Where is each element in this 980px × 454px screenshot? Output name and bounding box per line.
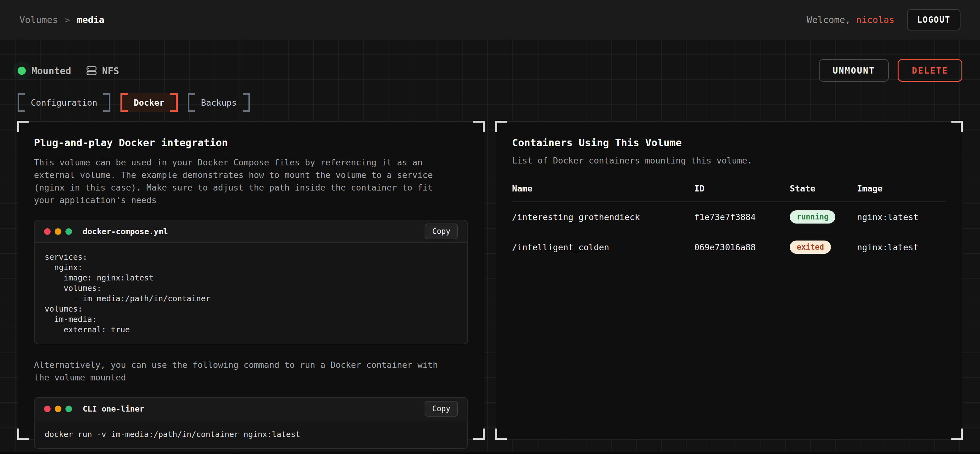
docker-panel-description: This volume can be used in your Docker C… <box>34 156 447 206</box>
window-dot-green-icon <box>65 406 72 412</box>
containers-panel: Containers Using This Volume List of Doc… <box>496 121 963 440</box>
fs-type-label: NFS <box>102 65 119 76</box>
top-bar: Volumes > media Welcome, nicolas LOGOUT <box>0 0 980 40</box>
tab-backups[interactable]: Backups <box>188 93 250 112</box>
mounted-status-dot-icon <box>18 67 26 75</box>
cli-code-content: docker run -v im-media:/path/in/containe… <box>35 421 467 448</box>
corner-bracket <box>17 429 29 440</box>
compose-code-header: docker-compose.yml Copy <box>35 221 467 243</box>
container-name: /interesting_grothendieck <box>512 202 694 232</box>
footer-strip <box>0 451 980 454</box>
cli-intro-text: Alternatively, you can use the following… <box>34 359 447 384</box>
cli-code-block: CLI one-liner Copy docker run -v im-medi… <box>34 397 468 449</box>
welcome-message: Welcome, nicolas <box>807 14 894 25</box>
panels-row: Plug-and-play Docker integration This vo… <box>18 121 963 440</box>
corner-bracket <box>473 429 485 440</box>
column-header-state: State <box>790 184 857 202</box>
compose-code-block: docker-compose.yml Copy services: nginx:… <box>34 220 468 344</box>
container-name: /intelligent_colden <box>512 232 694 262</box>
table-row: /interesting_grothendieck f1e73e7f3884 r… <box>512 202 946 232</box>
tab-configuration[interactable]: Configuration <box>18 93 110 112</box>
table-row: /intelligent_colden 069e73016a88 exited … <box>512 232 946 262</box>
filesystem-type: NFS <box>86 65 119 77</box>
containers-panel-subtitle: List of Docker containers mounting this … <box>512 156 946 165</box>
container-image: nginx:latest <box>857 202 946 232</box>
containers-table: Name ID State Image /interesting_grothen… <box>512 184 946 262</box>
logout-button[interactable]: LOGOUT <box>907 9 961 30</box>
window-dot-red-icon <box>44 406 51 412</box>
docker-integration-panel: Plug-and-play Docker integration This vo… <box>18 121 484 440</box>
cli-copy-button[interactable]: Copy <box>425 401 458 417</box>
window-dot-yellow-icon <box>55 406 61 412</box>
server-stack-icon <box>86 65 97 77</box>
window-dots <box>44 228 72 235</box>
delete-button[interactable]: DELETE <box>897 59 963 82</box>
corner-bracket <box>951 121 963 132</box>
compose-code-content: services: nginx: image: nginx:latest vol… <box>35 243 467 344</box>
table-header-row: Name ID State Image <box>512 184 946 202</box>
breadcrumb: Volumes > media <box>19 14 104 25</box>
column-header-id: ID <box>694 184 790 202</box>
window-dot-yellow-icon <box>55 228 61 235</box>
cli-code-header: CLI one-liner Copy <box>35 398 467 421</box>
mount-status-label: Mounted <box>32 65 71 76</box>
status-badge: running <box>790 210 835 224</box>
cli-block-title: CLI one-liner <box>83 404 144 413</box>
column-header-name: Name <box>512 184 694 202</box>
window-dots <box>44 406 72 412</box>
tab-docker[interactable]: Docker <box>121 93 178 112</box>
corner-bracket <box>17 121 29 132</box>
docker-panel-title: Plug-and-play Docker integration <box>34 137 468 149</box>
username: nicolas <box>856 14 894 25</box>
compose-copy-button[interactable]: Copy <box>425 224 458 239</box>
corner-bracket <box>473 121 485 132</box>
column-header-image: Image <box>857 184 946 202</box>
container-image: nginx:latest <box>857 232 946 262</box>
breadcrumb-separator-icon: > <box>65 15 70 25</box>
breadcrumb-current-volume: media <box>77 14 104 25</box>
main-content: Mounted NFS UNMOUNT DELETE Configuration… <box>0 40 980 454</box>
tab-bar: Configuration Docker Backups <box>18 93 963 112</box>
volume-actions: UNMOUNT DELETE <box>819 59 963 82</box>
window-dot-red-icon <box>44 228 51 235</box>
window-dot-green-icon <box>65 228 72 235</box>
container-id: 069e73016a88 <box>694 232 790 262</box>
containers-panel-title: Containers Using This Volume <box>512 137 946 149</box>
container-id: f1e73e7f3884 <box>694 202 790 232</box>
breadcrumb-volumes-link[interactable]: Volumes <box>19 14 58 25</box>
topbar-right: Welcome, nicolas LOGOUT <box>807 9 961 30</box>
welcome-prefix: Welcome, <box>807 14 851 25</box>
corner-bracket <box>495 429 507 440</box>
corner-bracket <box>495 121 507 132</box>
unmount-button[interactable]: UNMOUNT <box>819 59 889 82</box>
status-badge: exited <box>790 241 831 254</box>
corner-bracket <box>951 429 963 440</box>
compose-filename: docker-compose.yml <box>83 227 168 236</box>
